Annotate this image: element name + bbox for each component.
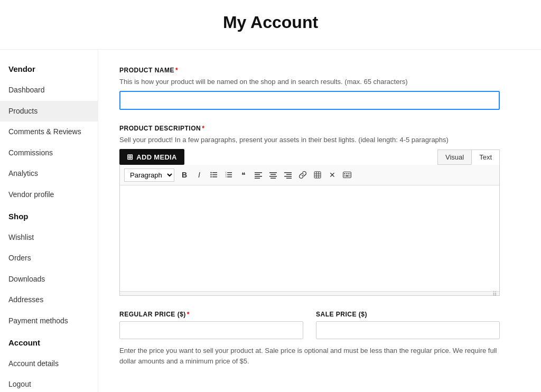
svg-rect-13	[255, 174, 260, 175]
sidebar-item-vendor-profile[interactable]: Vendor profile	[0, 184, 98, 206]
svg-rect-36	[350, 175, 351, 176]
svg-rect-1	[212, 174, 217, 175]
bold-button[interactable]: B	[178, 168, 191, 182]
sale-price-input[interactable]	[316, 321, 500, 339]
svg-rect-31	[346, 173, 347, 174]
sidebar-item-logout[interactable]: Logout	[0, 374, 98, 392]
svg-rect-35	[346, 175, 349, 176]
add-media-bar: ⊞ ADD MEDIA Visual Text	[119, 149, 500, 165]
sidebar-item-comments-reviews[interactable]: Comments & Reviews	[0, 122, 98, 143]
svg-rect-24	[314, 172, 321, 178]
svg-point-4	[210, 174, 211, 175]
paragraph-select[interactable]: Paragraph	[124, 169, 174, 182]
svg-rect-22	[284, 176, 292, 177]
sidebar-item-payment-methods[interactable]: Payment methods	[0, 311, 98, 332]
editor-container: Paragraph B I 123 ❝	[119, 165, 500, 296]
price-row: REGULAR PRICE ($)* SALE PRICE ($)	[119, 311, 500, 339]
sale-price-field: SALE PRICE ($)	[316, 311, 500, 339]
sidebar-item-commissions[interactable]: Commissions	[0, 143, 98, 164]
svg-rect-32	[348, 173, 349, 174]
page-header: My Account	[0, 0, 541, 50]
svg-text:3: 3	[226, 175, 227, 178]
svg-rect-15	[255, 178, 260, 179]
remove-format-button[interactable]: ✕	[325, 168, 339, 182]
svg-rect-30	[344, 173, 345, 174]
table-button[interactable]	[311, 168, 324, 182]
svg-rect-23	[286, 178, 292, 179]
sidebar-item-products[interactable]: Products	[0, 101, 98, 122]
svg-rect-18	[269, 176, 277, 177]
regular-price-input[interactable]	[119, 321, 303, 339]
sidebar-item-analytics[interactable]: Analytics	[0, 163, 98, 184]
sidebar-item-downloads[interactable]: Downloads	[0, 269, 98, 290]
product-description-hint: Sell your product! In a few paragraphs, …	[119, 135, 500, 145]
regular-price-label: REGULAR PRICE ($)*	[119, 311, 303, 318]
product-name-group: PRODUCT NAME* This is how your product w…	[119, 67, 500, 110]
main-content: PRODUCT NAME* This is how your product w…	[98, 50, 521, 392]
svg-rect-2	[212, 176, 217, 178]
product-name-hint: This is how your product will be named o…	[119, 77, 500, 87]
svg-rect-0	[212, 172, 217, 173]
add-media-button[interactable]: ⊞ ADD MEDIA	[119, 149, 184, 165]
svg-rect-14	[255, 176, 262, 177]
svg-rect-8	[227, 176, 232, 178]
visual-tab[interactable]: Visual	[437, 150, 471, 165]
sidebar-item-wishlist[interactable]: Wishlist	[0, 227, 98, 248]
italic-button[interactable]: I	[192, 168, 206, 182]
align-center-button[interactable]	[266, 168, 280, 182]
sidebar-item-addresses[interactable]: Addresses	[0, 290, 98, 311]
page-title: My Account	[0, 13, 541, 32]
editor-resize-handle: ⠿	[120, 291, 499, 295]
svg-rect-29	[343, 172, 351, 178]
svg-point-3	[210, 172, 211, 173]
required-indicator-3: *	[187, 311, 190, 318]
sidebar-section-vendor: Vendor	[0, 58, 98, 80]
svg-rect-7	[227, 174, 232, 175]
svg-point-5	[210, 176, 211, 178]
editor-tabs: Visual Text	[437, 150, 500, 165]
text-tab[interactable]: Text	[471, 150, 500, 165]
sidebar-item-dashboard[interactable]: Dashboard	[0, 80, 98, 101]
product-name-input[interactable]	[119, 91, 500, 110]
svg-rect-12	[255, 172, 262, 173]
keyboard-shortcut-button[interactable]	[340, 168, 354, 182]
blockquote-button[interactable]: ❝	[237, 168, 250, 182]
product-description-label: PRODUCT DESCRIPTION*	[119, 125, 500, 132]
product-name-label: PRODUCT NAME*	[119, 67, 500, 74]
layout: VendorDashboardProductsComments & Review…	[0, 50, 541, 392]
sidebar-section-shop: Shop	[0, 206, 98, 227]
add-media-icon: ⊞	[127, 153, 133, 161]
svg-rect-21	[286, 174, 292, 175]
align-left-button[interactable]	[251, 168, 265, 182]
svg-rect-6	[227, 172, 232, 173]
required-indicator: *	[175, 67, 178, 74]
unordered-list-button[interactable]	[207, 168, 221, 182]
svg-rect-16	[269, 172, 277, 173]
sidebar: VendorDashboardProductsComments & Review…	[0, 50, 98, 392]
svg-rect-34	[344, 175, 345, 176]
svg-rect-33	[350, 173, 351, 174]
ordered-list-button[interactable]: 123	[222, 168, 236, 182]
editor-body[interactable]	[120, 185, 499, 291]
product-description-group: PRODUCT DESCRIPTION* Sell your product! …	[119, 125, 500, 296]
align-right-button[interactable]	[281, 168, 295, 182]
svg-rect-19	[270, 178, 276, 179]
price-hint: Enter the price you want to sell your pr…	[119, 346, 500, 366]
svg-rect-20	[284, 172, 292, 173]
svg-rect-17	[270, 174, 276, 175]
required-indicator-2: *	[202, 125, 204, 132]
sidebar-section-account: Account	[0, 332, 98, 353]
sidebar-item-orders[interactable]: Orders	[0, 248, 98, 269]
regular-price-field: REGULAR PRICE ($)*	[119, 311, 303, 339]
sale-price-label: SALE PRICE ($)	[316, 311, 500, 318]
sidebar-item-account-details[interactable]: Account details	[0, 353, 98, 375]
editor-toolbar: Paragraph B I 123 ❝	[120, 165, 499, 185]
link-button[interactable]	[296, 168, 310, 182]
